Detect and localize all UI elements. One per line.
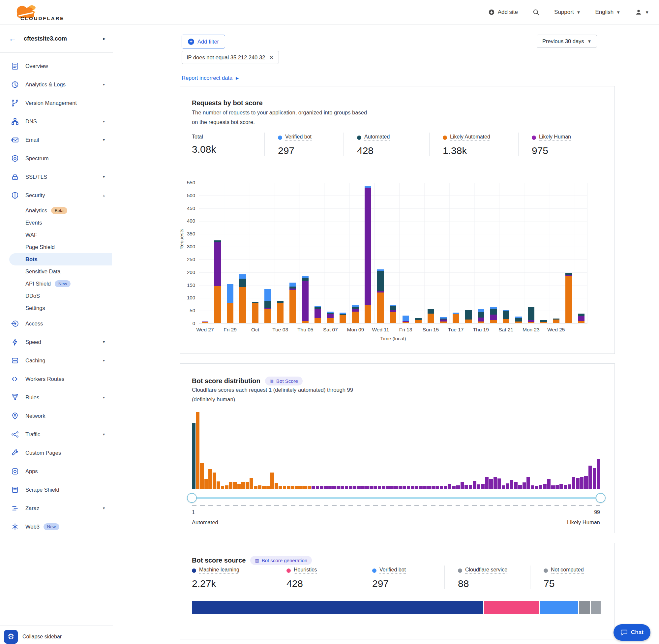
- score-range-slider-track[interactable]: [192, 497, 601, 499]
- x-tick-label: Sat 07: [323, 327, 338, 333]
- histogram-bar: [440, 486, 443, 489]
- bot-score-badge[interactable]: ▥ Bot Score: [265, 376, 303, 386]
- sidebar-item-web3[interactable]: Web3New: [0, 518, 113, 536]
- sidebar-item-network[interactable]: Network: [0, 407, 113, 425]
- slider-handle-min[interactable]: [187, 493, 197, 503]
- histogram-bar: [535, 486, 538, 489]
- security-icon: [11, 191, 19, 200]
- sidebar-item-ddos[interactable]: DDoS: [0, 290, 113, 302]
- stat-value: 88: [458, 578, 530, 589]
- sidebar-item-scrape-shield[interactable]: Scrape Shield: [0, 480, 113, 499]
- source-stacked-bar: [192, 601, 601, 614]
- chevron-right-icon[interactable]: ▸: [103, 36, 105, 42]
- histogram-bar: [502, 485, 505, 489]
- histogram-bar: [192, 423, 195, 489]
- stat-value: 975: [532, 145, 603, 156]
- sidebar-item-custom-pages[interactable]: Custom Pages: [0, 443, 113, 462]
- histogram-bar: [204, 479, 208, 489]
- histogram-bar: [469, 485, 472, 489]
- language-menu[interactable]: English ▼: [595, 9, 620, 16]
- apps-icon-wrap: [11, 467, 20, 476]
- sidebar-item-rules[interactable]: Rules▾: [0, 388, 113, 407]
- stat-not-computed: Not computed75: [530, 566, 603, 589]
- sidebar-item-spectrum[interactable]: Spectrum: [0, 149, 113, 167]
- sidebar-item-security[interactable]: Security▴: [0, 186, 113, 204]
- sidebar-item-label: Version Management: [25, 100, 105, 106]
- sidebar-item-apps[interactable]: Apps: [0, 462, 113, 480]
- add-filter-button[interactable]: + Add filter: [182, 34, 225, 48]
- chevron-down-icon: ▾: [103, 432, 105, 437]
- report-incorrect-data-link[interactable]: Report incorrect data ▶: [182, 75, 239, 81]
- back-arrow-icon[interactable]: ←: [8, 34, 17, 43]
- overview-icon: [11, 62, 19, 70]
- sidebar-item-analytics[interactable]: AnalyticsBeta: [0, 204, 113, 217]
- sidebar-item-version-management[interactable]: Version Management: [0, 94, 113, 112]
- chart-bar: [327, 312, 334, 323]
- bar-segment-likely-automated: [364, 305, 371, 323]
- card-title: Requests by bot score: [192, 99, 263, 107]
- histogram-bar: [213, 473, 216, 489]
- collapse-sidebar-button[interactable]: Collapse sidebar: [22, 634, 62, 640]
- histogram-bar: [382, 486, 385, 489]
- sidebar-item-access[interactable]: Access: [0, 314, 113, 333]
- bar-segment-likely-automated: [553, 320, 560, 323]
- bar-segment-automated: [264, 301, 271, 308]
- bot-score-generation-badge[interactable]: ▥ Bot score generation: [250, 556, 312, 565]
- sidebar-item-page-shield[interactable]: Page Shield: [0, 241, 113, 253]
- version-icon-wrap: [11, 98, 20, 107]
- sidebar-item-caching[interactable]: Caching▾: [0, 351, 113, 370]
- sidebar-item-ssl-tls[interactable]: SSL/TLS▾: [0, 167, 113, 186]
- close-icon[interactable]: ✕: [269, 54, 274, 61]
- date-range-select[interactable]: Previous 30 days ▼: [537, 34, 597, 48]
- sidebar-item-label: API Shield: [25, 281, 51, 287]
- search-button[interactable]: [533, 8, 540, 16]
- sidebar-item-api-shield[interactable]: API ShieldNew: [0, 278, 113, 290]
- sidebar-item-label: Network: [25, 413, 105, 419]
- chart-slot: [274, 183, 286, 323]
- histogram-bar: [266, 486, 270, 489]
- sidebar-item-speed[interactable]: Speed▾: [0, 333, 113, 351]
- sidebar-item-traffic[interactable]: Traffic▾: [0, 425, 113, 443]
- histogram-bar: [506, 483, 509, 489]
- x-tick-label: Tue 17: [448, 327, 464, 333]
- sidebar-item-analytics-logs[interactable]: Analytics & Logs▾: [0, 75, 113, 94]
- sidebar-item-email[interactable]: Email▾: [0, 131, 113, 149]
- access-icon-wrap: [11, 319, 20, 328]
- histogram-bar: [221, 486, 225, 489]
- chart-slot: [374, 183, 387, 323]
- sidebar-item-sensitive-data[interactable]: Sensitive Data: [0, 266, 113, 278]
- stat-total: Total3.08k: [192, 133, 264, 156]
- histogram-bar: [543, 484, 547, 489]
- account-menu[interactable]: ▼: [635, 8, 649, 16]
- chart-bar: [227, 284, 233, 323]
- x-tick-label: Fri 29: [223, 327, 237, 333]
- histogram-bar: [407, 486, 410, 489]
- workers-icon-wrap: [11, 374, 20, 383]
- chat-button[interactable]: Chat: [613, 624, 651, 641]
- histogram-bar: [415, 486, 419, 489]
- x-tick-label: Wed 27: [196, 327, 214, 333]
- filter-chip[interactable]: IP does not equal 35.212.240.32 ✕: [182, 51, 279, 64]
- search-icon: [533, 8, 540, 16]
- sidebar-item-dns[interactable]: DNS▾: [0, 112, 113, 131]
- support-menu[interactable]: Support ▼: [554, 9, 581, 16]
- sidebar-item-workers-routes[interactable]: Workers Routes: [0, 370, 113, 388]
- settings-gear-button[interactable]: ⚙: [4, 630, 18, 644]
- bar-segment-likely-human: [578, 316, 585, 321]
- chart-bar: [528, 307, 534, 323]
- add-site-button[interactable]: Add site: [488, 8, 518, 16]
- histogram-bar: [572, 477, 575, 489]
- chart-bar: [553, 319, 560, 323]
- slider-handle-max[interactable]: [596, 493, 606, 503]
- sidebar-item-settings[interactable]: Settings: [0, 302, 113, 314]
- sidebar-item-waf[interactable]: WAF: [0, 229, 113, 241]
- bot-score-source-card: Bot score source ▥ Bot score generation …: [180, 543, 615, 632]
- gear-icon: ⚙: [7, 632, 15, 641]
- sidebar-item-label: Page Shield: [25, 244, 108, 250]
- sidebar-item-bots[interactable]: Bots: [9, 253, 112, 266]
- sidebar-item-overview[interactable]: Overview: [0, 57, 113, 75]
- chart-slot: [537, 183, 550, 323]
- histogram-bar: [485, 477, 489, 489]
- sidebar-item-zaraz[interactable]: Zaraz▾: [0, 499, 113, 518]
- sidebar-item-events[interactable]: Events: [0, 217, 113, 229]
